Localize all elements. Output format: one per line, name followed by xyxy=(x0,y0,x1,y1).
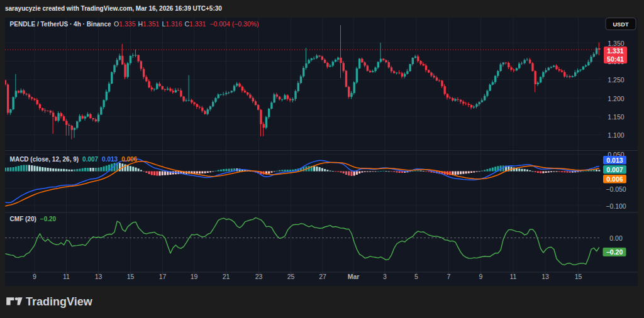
svg-text:1.200: 1.200 xyxy=(608,95,624,102)
svg-text:19: 19 xyxy=(191,273,198,280)
svg-text:5: 5 xyxy=(414,273,418,280)
svg-text:7: 7 xyxy=(447,273,451,280)
svg-text:MACD (close, 12, 26, 9)0.0070.: MACD (close, 12, 26, 9)0.0070.0130.006 xyxy=(10,156,138,163)
svg-text:USDT: USDT xyxy=(613,21,628,28)
svg-text:9: 9 xyxy=(479,273,483,280)
svg-text:−0.050: −0.050 xyxy=(606,185,626,193)
svg-text:9: 9 xyxy=(33,273,36,280)
svg-text:3: 3 xyxy=(383,273,387,280)
svg-text:17: 17 xyxy=(159,273,167,280)
svg-text:13: 13 xyxy=(541,273,549,280)
svg-text:0.00: 0.00 xyxy=(609,234,623,242)
svg-text:CMF (20)−0.20: CMF (20)−0.20 xyxy=(10,216,57,222)
svg-text:11: 11 xyxy=(510,273,517,280)
svg-text:15: 15 xyxy=(575,273,582,280)
svg-text:1.331: 1.331 xyxy=(607,47,623,55)
svg-text:25: 25 xyxy=(287,273,295,280)
svg-text:0.006: 0.006 xyxy=(606,175,623,183)
svg-text:1.100: 1.100 xyxy=(608,131,624,139)
svg-text:−0.100: −0.100 xyxy=(606,202,626,210)
svg-text:27: 27 xyxy=(319,273,326,280)
svg-text:1.150: 1.150 xyxy=(608,113,624,121)
svg-text:Mar: Mar xyxy=(348,273,360,280)
svg-text:0.007: 0.007 xyxy=(606,166,623,173)
svg-text:13: 13 xyxy=(95,273,103,280)
svg-text:21: 21 xyxy=(223,273,230,280)
svg-text:11: 11 xyxy=(63,273,70,280)
svg-text:23: 23 xyxy=(255,273,263,280)
svg-text:1.250: 1.250 xyxy=(608,76,624,84)
svg-text:0.013: 0.013 xyxy=(606,156,623,164)
svg-text:15: 15 xyxy=(127,273,135,280)
svg-text:50:41: 50:41 xyxy=(607,55,624,63)
svg-text:PENDLE / TetherUS · 4h · Binan: PENDLE / TetherUS · 4h · BinanceO1.335H1… xyxy=(10,20,259,28)
svg-text:1.350: 1.350 xyxy=(608,40,624,47)
svg-text:TradingView: TradingView xyxy=(26,295,93,308)
svg-text:−0.20: −0.20 xyxy=(606,248,623,256)
